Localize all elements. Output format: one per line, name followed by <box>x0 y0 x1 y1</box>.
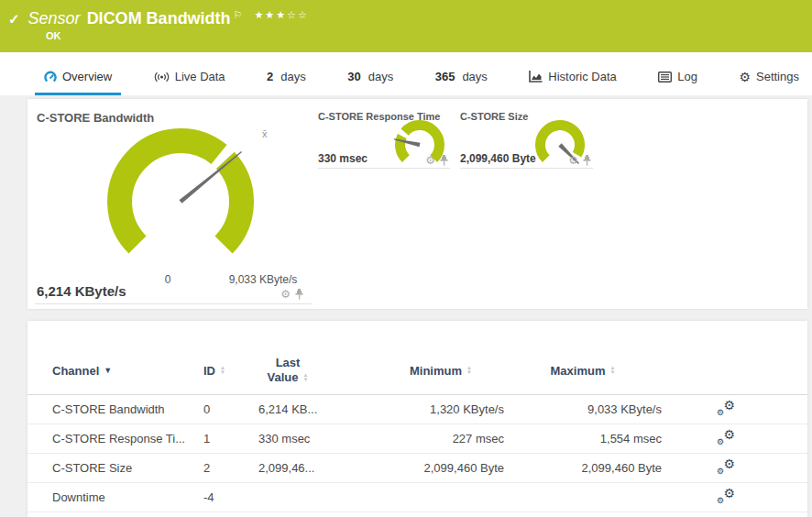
column-label: Last <box>258 356 317 370</box>
tab-label: Settings <box>756 70 799 83</box>
channel-minimum: 2,099,460 Byte <box>378 461 504 475</box>
table-row[interactable]: C-STORE Response Ti... 1 330 msec 227 ms… <box>27 424 807 454</box>
tab-label: days <box>368 70 393 83</box>
stars-filled[interactable]: ★★★ <box>254 9 287 20</box>
tab-label: Historic Data <box>548 70 616 83</box>
live-data-icon <box>154 72 170 82</box>
column-label: Value <box>268 370 299 385</box>
table-header-row: Channel ▼ ID ▲▼ Last Value ▲▼ Minimum ▲▼… <box>27 346 807 395</box>
tab-label: Log <box>677 70 697 83</box>
channel-settings-icon[interactable]: ⚙ ⚙ <box>717 400 735 416</box>
column-header-maximum[interactable]: Maximum ▲▼ <box>504 364 662 378</box>
gauge-widget-size: C-STORE Size 2,099,460 Byte ⚙ <box>460 99 593 169</box>
column-label: Maximum <box>551 364 606 378</box>
tab-historic-data[interactable]: Historic Data <box>520 70 625 95</box>
gauges-panel: C-STORE Bandwidth x̄ 0 9,033 KByte/s 6,2… <box>27 99 807 309</box>
table-row[interactable]: Downtime -4 ⚙ ⚙ <box>27 483 807 512</box>
channel-id: 2 <box>203 461 258 475</box>
channel-maximum: 9,033 KByte/s <box>504 402 662 416</box>
channel-table-body: C-STORE Bandwidth 0 6,214 KB... 1,320 KB… <box>27 395 807 512</box>
sort-desc-icon: ▼ <box>104 366 112 375</box>
gauge-settings-icon[interactable]: ⚙ <box>425 155 435 166</box>
channel-last-value: 6,214 KB... <box>258 402 378 416</box>
tab-log[interactable]: Log <box>649 70 707 95</box>
tab-label: Live Data <box>175 70 225 83</box>
tab-label: days <box>280 70 305 83</box>
gear-icon: ⚙ <box>723 487 735 500</box>
sort-icon: ▲▼ <box>303 373 309 382</box>
gauge-icon <box>44 71 57 83</box>
pin-icon[interactable] <box>440 155 448 166</box>
priority-stars[interactable]: ★★★☆☆ <box>254 8 308 21</box>
historic-chart-icon <box>529 71 543 82</box>
gear-small-icon: ⚙ <box>717 468 724 476</box>
sort-icon: ▲▼ <box>466 366 472 375</box>
channel-id: -4 <box>203 490 258 504</box>
sensor-header: ✓ Sensor DICOM Bandwidth ⚐ ★★★☆☆ OK <box>0 0 812 52</box>
sort-icon: ▲▼ <box>610 366 616 375</box>
gear-icon: ⚙ <box>723 399 735 412</box>
tab-label: days <box>462 70 487 83</box>
pin-icon[interactable] <box>583 155 591 166</box>
gear-small-icon: ⚙ <box>717 438 724 446</box>
tab-30-days[interactable]: 30 days <box>338 70 402 95</box>
priority-flag-icon[interactable]: ⚐ <box>234 8 243 21</box>
table-row[interactable]: C-STORE Bandwidth 0 6,214 KB... 1,320 KB… <box>27 395 807 424</box>
channel-maximum: 2,099,460 Byte <box>504 461 662 475</box>
mean-marker-label: x̄ <box>262 128 268 139</box>
column-label: Channel <box>52 364 99 378</box>
channel-name[interactable]: Downtime <box>52 490 203 504</box>
tab-number: 30 <box>347 70 360 83</box>
tab-overview[interactable]: Overview <box>35 70 121 95</box>
tab-label: Overview <box>62 70 112 83</box>
tab-number: 365 <box>435 70 455 83</box>
gear-icon: ⚙ <box>723 428 735 441</box>
gauge-max-label: 9,033 KByte/s <box>213 273 313 286</box>
tab-settings[interactable]: ⚙ Settings <box>730 70 808 95</box>
bandwidth-gauge-chart <box>98 119 263 284</box>
channel-last-value: 330 msec <box>258 432 378 446</box>
channel-name[interactable]: C-STORE Response Ti... <box>52 432 203 446</box>
pin-icon[interactable] <box>295 289 303 300</box>
gauge-current-value: 6,214 KByte/s <box>37 283 126 299</box>
tab-365-days[interactable]: 365 days <box>426 70 497 95</box>
settings-gear-icon: ⚙ <box>739 71 751 83</box>
sort-icon: ▲▼ <box>220 366 225 375</box>
channel-table-panel: Channel ▼ ID ▲▼ Last Value ▲▼ Minimum ▲▼… <box>27 321 807 517</box>
column-header-id[interactable]: ID ▲▼ <box>203 364 258 378</box>
gauge-widget-response-time: C-STORE Response Time 330 msec ⚙ <box>318 99 450 169</box>
gear-small-icon: ⚙ <box>717 497 724 505</box>
column-header-minimum[interactable]: Minimum ▲▼ <box>378 364 504 378</box>
channel-maximum: 1,554 msec <box>504 432 662 446</box>
gauge-current-value: 330 msec <box>318 152 368 165</box>
gear-icon: ⚙ <box>723 457 735 470</box>
log-icon <box>658 72 672 82</box>
tab-2-days[interactable]: 2 days <box>258 70 315 95</box>
channel-id: 1 <box>203 432 258 446</box>
gauge-settings-icon[interactable]: ⚙ <box>568 155 578 166</box>
column-header-last-value[interactable]: Last Value ▲▼ <box>258 356 378 385</box>
sensor-type-label: Sensor <box>28 8 81 28</box>
column-label: ID <box>203 364 215 378</box>
channel-id: 0 <box>203 402 258 416</box>
channel-name[interactable]: C-STORE Bandwidth <box>52 402 203 416</box>
column-label: Minimum <box>410 364 462 378</box>
gauge-title: C-STORE Size <box>460 111 528 122</box>
channel-minimum: 227 msec <box>378 432 504 446</box>
gear-small-icon: ⚙ <box>717 409 724 417</box>
gauge-settings-icon[interactable]: ⚙ <box>280 289 291 300</box>
channel-settings-icon[interactable]: ⚙ ⚙ <box>717 488 735 504</box>
tab-number: 2 <box>267 70 273 83</box>
channel-minimum: 1,320 KByte/s <box>378 402 504 416</box>
column-header-channel[interactable]: Channel ▼ <box>52 364 203 378</box>
stars-empty[interactable]: ☆☆ <box>287 9 309 20</box>
status-ok-check-icon: ✓ <box>8 9 20 29</box>
page-title: DICOM Bandwidth <box>87 8 231 28</box>
channel-settings-icon[interactable]: ⚙ ⚙ <box>717 458 735 475</box>
channel-settings-icon[interactable]: ⚙ ⚙ <box>717 429 735 446</box>
tab-bar: Overview Live Data 2 days 30 days 365 da… <box>0 52 812 95</box>
table-row[interactable]: C-STORE Size 2 2,099,46... 2,099,460 Byt… <box>27 454 807 483</box>
channel-name[interactable]: C-STORE Size <box>52 461 203 475</box>
gauge-widget-bandwidth: C-STORE Bandwidth x̄ 0 9,033 KByte/s 6,2… <box>35 99 313 304</box>
tab-live-data[interactable]: Live Data <box>145 70 235 95</box>
